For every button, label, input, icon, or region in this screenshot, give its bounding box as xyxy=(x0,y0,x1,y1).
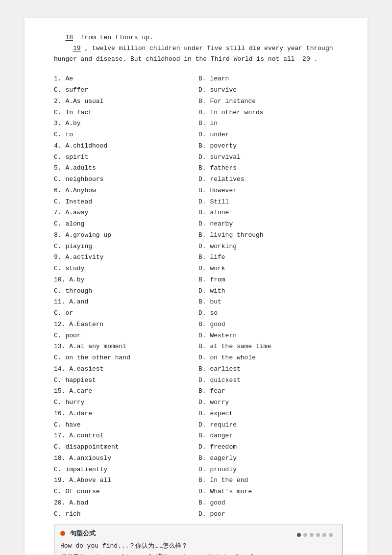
dot-1 xyxy=(297,533,301,537)
qa-left-34: 18. A.anxiously xyxy=(54,453,198,464)
qa-left-21: C. or xyxy=(54,308,198,319)
qa-right-19: D. with xyxy=(198,286,343,297)
qa-left-1: C. suffer xyxy=(54,85,198,96)
qa-right-5: D. under xyxy=(198,129,343,141)
qa-left-4: 3. A.by xyxy=(54,118,198,129)
qa-left-39: C. rich xyxy=(54,509,198,520)
qa-left-17: C. study xyxy=(54,263,198,275)
qa-right-10: B. However xyxy=(198,185,343,197)
dot-6 xyxy=(329,533,333,537)
dot-2 xyxy=(303,533,307,537)
qa-right-34: B. eagerly xyxy=(198,453,343,464)
qa-left-20: 11. A.and xyxy=(54,297,198,308)
qa-right-1: D. survive xyxy=(198,85,343,96)
qa-left-29: C. hurry xyxy=(54,397,198,408)
qa-right-30: B. expect xyxy=(198,408,343,420)
qa-right-0: B. learn xyxy=(198,74,343,85)
qa-right-36: B. In the end xyxy=(198,475,343,486)
qa-right-13: D. nearby xyxy=(198,219,343,230)
qa-right-29: D. worry xyxy=(198,397,343,408)
qa-right-25: D. on the whole xyxy=(198,353,343,364)
qa-right-26: B. earliest xyxy=(198,364,343,375)
qa-left-0: 1. Ae xyxy=(54,74,198,85)
qa-left-11: C. Instead xyxy=(54,197,198,208)
header-text: 18 from ten floors up. 19 , twelve milli… xyxy=(54,32,343,65)
dot-4 xyxy=(316,533,320,537)
qa-right-39: D. poor xyxy=(198,509,343,520)
qa-left-13: C. along xyxy=(54,219,198,230)
qa-left-37: C. Of course xyxy=(54,486,198,498)
section-box: 句型公式 How do you find...？你认为……怎么样？相当于How … xyxy=(54,525,343,555)
qa-left-27: C. happiest xyxy=(54,375,198,386)
qa-right-37: D. What's more xyxy=(198,486,343,498)
qa-left-18: 10. A.by xyxy=(54,275,198,286)
qa-left-16: 9. A.activity xyxy=(54,252,198,263)
header-line1: 18 from ten floors up. xyxy=(54,32,343,43)
qa-right-2: B. For instance xyxy=(198,96,343,107)
section-line-1: 相当于How do you like...? 或What do you thin… xyxy=(60,552,337,555)
section-title: 句型公式 xyxy=(60,529,96,538)
qa-right-12: B. alone xyxy=(198,207,343,219)
qa-right-6: B. poverty xyxy=(198,141,343,152)
qa-left-15: C. playing xyxy=(54,241,198,252)
dots-row xyxy=(297,533,337,537)
qa-left-26: 14. A.easiest xyxy=(54,364,198,375)
section-title-label: 句型公式 xyxy=(70,529,96,538)
qa-left-6: 4. A.childhood xyxy=(54,141,198,152)
qa-right-21: D. so xyxy=(198,308,343,319)
qa-right-31: D. require xyxy=(198,420,343,431)
qa-left-22: 12. A.Eastern xyxy=(54,319,198,330)
qa-right-15: D. working xyxy=(198,241,343,252)
bullet-dot-icon xyxy=(60,531,65,536)
qa-left-12: 7. A.away xyxy=(54,207,198,219)
dot-3 xyxy=(310,533,314,537)
qa-left-32: 17. A.control xyxy=(54,430,198,442)
dot-5 xyxy=(322,533,326,537)
qa-right-18: B. from xyxy=(198,275,343,286)
qa-right-8: B. fathers xyxy=(198,163,343,174)
qa-right-20: B. but xyxy=(198,297,343,308)
qa-left-31: C. have xyxy=(54,420,198,431)
qa-left-14: 8. A.growing up xyxy=(54,230,198,241)
blank-19: 19 xyxy=(73,45,81,52)
blank-18: 18 xyxy=(65,34,73,41)
qa-left-5: C. to xyxy=(54,129,198,141)
header-line3: hunger and disease. But childhood in the… xyxy=(54,54,343,65)
qa-left-38: 20. A.bad xyxy=(54,498,198,509)
qa-right-3: D. In other words xyxy=(198,107,343,119)
qa-left-9: C. neighbours xyxy=(54,174,198,185)
qa-left-30: 16. A.dare xyxy=(54,408,198,420)
qa-right-7: D. survival xyxy=(198,152,343,163)
qa-left-2: 2. A.As usual xyxy=(54,96,198,107)
qa-grid: 1. AeB. learnC. sufferD. survive2. A.As … xyxy=(54,74,343,520)
qa-right-35: D. proudly xyxy=(198,464,343,476)
qa-left-3: C. In fact xyxy=(54,107,198,119)
qa-left-25: C. on the other hand xyxy=(54,353,198,364)
qa-left-10: 6. A.Anyhow xyxy=(54,185,198,197)
qa-right-17: D. work xyxy=(198,263,343,275)
page: 18 from ten floors up. 19 , twelve milli… xyxy=(24,18,368,555)
qa-right-11: D. Still xyxy=(198,197,343,208)
qa-right-22: B. good xyxy=(198,319,343,330)
section-content: How do you find...？你认为……怎么样？相当于How do yo… xyxy=(60,541,337,555)
qa-right-27: D. quickest xyxy=(198,375,343,386)
qa-right-23: D. Western xyxy=(198,330,343,342)
qa-left-7: C. spirit xyxy=(54,152,198,163)
qa-right-4: B. in xyxy=(198,118,343,129)
qa-left-23: C. poor xyxy=(54,330,198,342)
qa-right-24: B. at the same time xyxy=(198,341,343,353)
qa-left-36: 19. A.Above all xyxy=(54,475,198,486)
qa-left-24: 13. A.at any moment xyxy=(54,341,198,353)
qa-left-8: 5. A.adults xyxy=(54,163,198,174)
qa-left-19: C. through xyxy=(54,286,198,297)
section-line-0: How do you find...？你认为……怎么样？ xyxy=(60,541,337,552)
qa-right-16: B. life xyxy=(198,252,343,263)
header-line2: 19 , twelve million children under five … xyxy=(54,43,343,54)
qa-right-14: B. living through xyxy=(198,230,343,241)
qa-left-28: 15. A.care xyxy=(54,386,198,397)
qa-left-35: C. impatiently xyxy=(54,464,198,476)
qa-right-32: B. danger xyxy=(198,430,343,442)
qa-left-33: C. disappointment xyxy=(54,442,198,453)
qa-right-33: D. freedom xyxy=(198,442,343,453)
blank-20: 20 xyxy=(302,55,310,63)
